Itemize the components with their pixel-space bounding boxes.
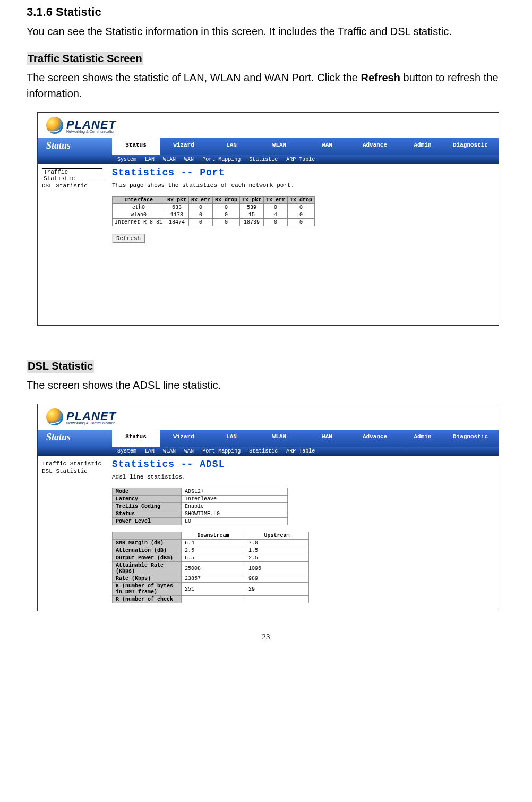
subnav-arp-table[interactable]: ARP Table: [286, 157, 315, 163]
nav-tab-wlan[interactable]: WLAN: [255, 430, 303, 447]
nav-status-label: Status: [38, 430, 112, 447]
primary-nav: Status Status Wizard LAN WLAN WAN Advanc…: [38, 138, 499, 155]
subnav-wlan[interactable]: WLAN: [163, 448, 176, 454]
traffic-subheading: Traffic Statistic Screen: [27, 52, 143, 65]
brand-tagline: Networking & Communication: [66, 130, 116, 133]
page-number: 23: [27, 633, 505, 642]
screenshot-dsl: PLANET Networking & Communication Status…: [37, 404, 499, 611]
sidebar: Traffic Statistic DSL Statistic: [38, 164, 107, 325]
nav-tab-diagnostic[interactable]: Diagnostic: [447, 430, 494, 447]
page-title: Statistics -- ADSL: [112, 459, 493, 470]
subnav-wan[interactable]: WAN: [184, 448, 194, 454]
nav-tab-status[interactable]: Status: [112, 138, 160, 155]
nav-tab-wan[interactable]: WAN: [303, 138, 351, 155]
subnav-lan[interactable]: LAN: [145, 448, 155, 454]
section-heading: 3.1.6 Statistic: [27, 5, 505, 19]
brand-tagline: Networking & Communication: [66, 421, 116, 425]
nav-tab-admin[interactable]: Admin: [399, 430, 447, 447]
subnav-wan[interactable]: WAN: [184, 157, 194, 163]
heading-text: Statistic: [56, 5, 101, 19]
page-title: Statistics -- Port: [112, 167, 493, 178]
planet-logo-icon: [46, 117, 63, 134]
nav-tab-status[interactable]: Status: [112, 430, 160, 447]
subnav-lan[interactable]: LAN: [145, 157, 155, 163]
refresh-button[interactable]: Refresh: [112, 234, 145, 243]
subnav-system[interactable]: System: [117, 448, 136, 454]
nav-tab-lan[interactable]: LAN: [208, 138, 255, 155]
table-row: eth06330053900: [113, 204, 315, 211]
table-row: wlan01173001540: [113, 211, 315, 219]
dsl-desc: The screen shows the ADSL line statistic…: [27, 377, 505, 393]
subnav-statistic[interactable]: Statistic: [249, 157, 278, 163]
port-statistics-table: Interface Rx pkt Rx err Rx drop Tx pkt T…: [112, 196, 315, 226]
primary-nav: Status Status Wizard LAN WLAN WAN Advanc…: [38, 430, 499, 447]
refresh-word: Refresh: [361, 72, 400, 83]
nav-tab-wizard[interactable]: Wizard: [160, 430, 208, 447]
subnav-wlan[interactable]: WLAN: [163, 157, 176, 163]
dsl-subheading: DSL Statistic: [27, 360, 94, 373]
adsl-direction-table: DownstreamUpstream SNR Margin (dB)6.47.0…: [112, 532, 309, 603]
logo-row: PLANET Networking & Communication: [38, 113, 499, 138]
nav-status-label: Status: [38, 138, 112, 155]
screenshot-traffic: PLANET Networking & Communication Status…: [37, 112, 499, 326]
nav-tab-advance[interactable]: Advance: [351, 138, 399, 155]
sidebar-item-dsl-statistic[interactable]: DSL Statistic: [42, 182, 102, 190]
sub-nav: System LAN WLAN WAN Port Mapping Statist…: [38, 155, 499, 164]
adsl-properties-table: ModeADSL2+ LatencyInterleave Trellis Cod…: [112, 488, 288, 525]
nav-tab-advance[interactable]: Advance: [351, 430, 399, 447]
nav-tab-wan[interactable]: WAN: [303, 430, 351, 447]
nav-tab-wizard[interactable]: Wizard: [160, 138, 208, 155]
table-header-row: Interface Rx pkt Rx err Rx drop Tx pkt T…: [113, 197, 315, 204]
nav-tab-diagnostic[interactable]: Diagnostic: [447, 138, 494, 155]
heading-number: 3.1.6: [27, 5, 53, 19]
subnav-arp-table[interactable]: ARP Table: [286, 448, 315, 454]
intro-text: You can see the Statistic information in…: [27, 23, 505, 39]
sidebar: Traffic Statistic DSL Statistic: [38, 456, 107, 611]
planet-logo-icon: [46, 408, 63, 425]
nav-tab-lan[interactable]: LAN: [208, 430, 255, 447]
sidebar-item-traffic-statistic[interactable]: Traffic Statistic: [42, 168, 102, 182]
page-description: Adsl line statistics.: [112, 474, 493, 480]
page-description: This page shows the statistics of each n…: [112, 182, 493, 189]
sub-nav: System LAN WLAN WAN Port Mapping Statist…: [38, 447, 499, 456]
nav-tab-admin[interactable]: Admin: [399, 138, 447, 155]
traffic-desc: The screen shows the statistic of LAN, W…: [27, 70, 505, 101]
nav-tab-wlan[interactable]: WLAN: [255, 138, 303, 155]
subnav-statistic[interactable]: Statistic: [249, 448, 278, 454]
subnav-port-mapping[interactable]: Port Mapping: [202, 448, 241, 454]
subnav-system[interactable]: System: [117, 157, 136, 163]
sidebar-item-dsl-statistic[interactable]: DSL Statistic: [42, 467, 102, 475]
subnav-port-mapping[interactable]: Port Mapping: [202, 157, 241, 163]
table-row: Internet_R_8_8118474001873900: [113, 219, 315, 226]
logo-row: PLANET Networking & Communication: [38, 404, 499, 430]
sidebar-item-traffic-statistic[interactable]: Traffic Statistic: [42, 460, 102, 467]
